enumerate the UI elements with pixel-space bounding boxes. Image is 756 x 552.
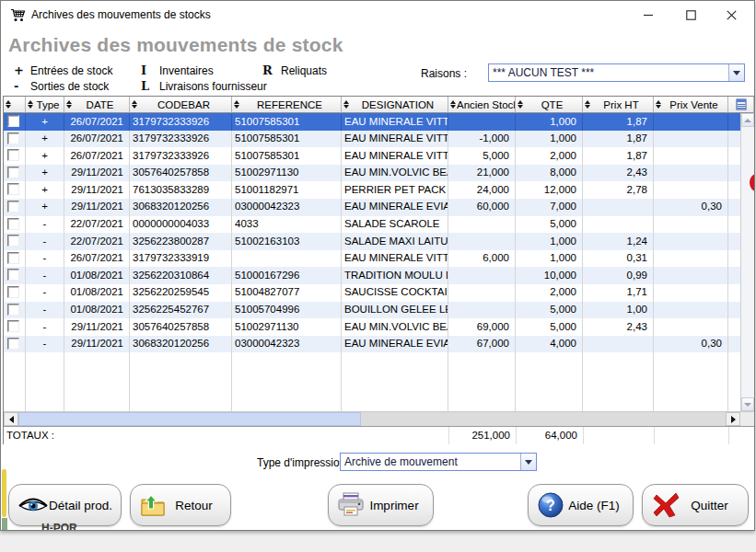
row-checkbox[interactable] xyxy=(7,286,19,298)
button-label: Imprimer xyxy=(365,499,433,512)
cell-reference: 51007585301 xyxy=(232,113,342,131)
cell-qte: 10,000 xyxy=(516,267,583,284)
sort-icon[interactable] xyxy=(517,100,524,109)
column-header-qte[interactable]: QTE xyxy=(516,97,583,113)
cell-qte: 1,000 xyxy=(516,131,583,148)
horizontal-scrollbar[interactable] xyxy=(4,411,754,426)
table-row[interactable]: -01/08/2021325622545276751005704996BOUIL… xyxy=(4,302,740,319)
cell-designation: TRADITION MOULU D xyxy=(342,267,448,284)
table-body: +26/07/2021317973233392651007585301EAU M… xyxy=(4,113,740,411)
cell-sel xyxy=(4,387,26,405)
print-button[interactable]: Imprimer xyxy=(328,484,434,526)
cell-type: - xyxy=(26,216,64,234)
table-row[interactable]: -01/08/2021325622025954551004827077SAUCI… xyxy=(4,284,740,302)
column-header-reference[interactable]: REFERENCE xyxy=(232,97,342,113)
row-checkbox[interactable] xyxy=(7,252,19,264)
scroll-left-icon[interactable] xyxy=(4,412,18,426)
sort-icon[interactable] xyxy=(5,100,12,109)
table-row[interactable]: +26/07/2021317973233392651007585301EAU M… xyxy=(4,113,740,131)
raisons-select[interactable]: *** AUCUN TEST *** xyxy=(488,63,745,82)
close-button[interactable] xyxy=(711,1,752,29)
sort-icon[interactable] xyxy=(343,100,350,109)
table-row[interactable]: +29/11/2021761303583328951001182971PERRI… xyxy=(4,181,740,199)
table-header-row: TypeDATECODEBARREFERENCEDESIGNATIONAncie… xyxy=(4,97,754,113)
cell-qte: 5,000 xyxy=(516,318,583,336)
cell-ancien_stock xyxy=(448,267,516,284)
table-row[interactable]: -22/07/202100000000040334033SALADE SCARO… xyxy=(4,216,740,234)
table-settings-icon[interactable] xyxy=(728,97,754,113)
totals-label: TOTAUX : xyxy=(6,430,54,441)
help-button[interactable]: ? Aide (F1) xyxy=(528,484,634,526)
cell-codebar: 3256220310864 xyxy=(130,267,232,284)
table-row[interactable]: +26/07/2021317973233392651007585301EAU M… xyxy=(4,147,740,165)
cell-date: 01/08/2021 xyxy=(64,302,130,319)
sort-icon[interactable] xyxy=(233,100,240,109)
raisons-label: Raisons : xyxy=(421,67,467,80)
table-row[interactable]: +29/11/2021305764025785851002971130EAU M… xyxy=(4,165,740,182)
table-row[interactable]: +26/07/2021317973233392651007585301EAU M… xyxy=(4,131,740,148)
row-checkbox[interactable] xyxy=(7,304,19,316)
horizontal-scroll-track[interactable] xyxy=(361,412,726,426)
sort-icon[interactable] xyxy=(131,100,138,109)
table-row[interactable]: -26/07/20213179732333919EAU MINERALE VIT… xyxy=(4,250,740,268)
print-type-select[interactable]: Archive de mouvement xyxy=(340,453,537,471)
table-row[interactable]: -29/11/2021305764025785851002971130EAU M… xyxy=(4,318,740,336)
back-button[interactable]: Retour xyxy=(130,484,231,526)
horizontal-scroll-thumb[interactable] xyxy=(18,412,361,426)
cell-date: 22/07/2021 xyxy=(64,216,130,234)
quit-button[interactable]: Quitter xyxy=(642,484,749,526)
row-checkbox[interactable] xyxy=(7,235,19,247)
column-header-date[interactable]: DATE xyxy=(64,97,130,113)
table-row[interactable]: -29/11/2021306832012025603000042323EAU M… xyxy=(4,336,740,353)
sort-icon[interactable] xyxy=(655,100,662,109)
legend-symbol-sorties: - xyxy=(14,79,18,93)
column-header-codebar[interactable]: CODEBAR xyxy=(130,97,232,113)
row-checkbox[interactable] xyxy=(7,167,19,178)
vertical-scrollbar[interactable] xyxy=(740,113,754,411)
row-checkbox[interactable] xyxy=(7,269,19,281)
button-label: Retour xyxy=(167,499,230,512)
cell-sel xyxy=(4,318,26,336)
cell-type: + xyxy=(26,147,64,165)
cell-codebar: 3057640257858 xyxy=(130,165,232,182)
button-label: Détail prod. xyxy=(49,499,122,512)
scroll-up-icon[interactable] xyxy=(741,113,754,127)
cell-reference: 51002163103 xyxy=(232,233,342,250)
row-checkbox[interactable] xyxy=(7,183,19,195)
row-checkbox[interactable] xyxy=(7,338,19,350)
column-header-prix_vente[interactable]: Prix Vente xyxy=(654,97,728,113)
stock-movements-table: TypeDATECODEBARREFERENCEDESIGNATIONAncie… xyxy=(3,96,755,444)
cell-designation: PERRIER PET PACK 6 xyxy=(342,181,448,199)
row-checkbox[interactable] xyxy=(7,201,19,213)
cell-qte: 5,000 xyxy=(516,216,583,234)
column-header-ancien_stock[interactable]: Ancien Stock xyxy=(448,97,516,113)
chevron-down-icon[interactable] xyxy=(520,454,536,470)
cell-sel xyxy=(4,199,26,216)
column-header-designation[interactable]: DESIGNATION xyxy=(342,97,448,113)
cell-reference: 51005704996 xyxy=(232,302,342,319)
column-header-sel[interactable] xyxy=(4,97,26,113)
detail-product-button[interactable]: Détail prod. xyxy=(8,484,122,526)
cell-prix_ht: 0,31 xyxy=(583,250,654,268)
scroll-down-icon[interactable] xyxy=(741,397,754,411)
table-row[interactable]: -22/07/2021325622380028751002163103SALAD… xyxy=(4,233,740,250)
column-header-prix_ht[interactable]: Prix HT xyxy=(583,97,654,113)
table-row[interactable]: -01/08/2021325622031086451000167296TRADI… xyxy=(4,267,740,284)
row-checkbox[interactable] xyxy=(7,320,19,332)
sort-icon[interactable] xyxy=(584,100,591,109)
row-checkbox[interactable] xyxy=(7,115,19,127)
scroll-right-icon[interactable] xyxy=(726,412,740,426)
sort-icon[interactable] xyxy=(27,100,34,109)
row-checkbox[interactable] xyxy=(7,149,19,161)
sort-icon[interactable] xyxy=(65,100,73,109)
chevron-down-icon[interactable] xyxy=(728,64,744,81)
sort-icon[interactable] xyxy=(449,100,457,109)
column-header-type[interactable]: Type xyxy=(26,97,64,113)
table-row[interactable]: +29/11/2021306832012025603000042323EAU M… xyxy=(4,199,740,216)
row-checkbox[interactable] xyxy=(7,132,19,144)
maximize-button[interactable] xyxy=(670,1,712,29)
minimize-button[interactable] xyxy=(628,1,669,29)
title-bar[interactable]: Archives des mouvements de stocks xyxy=(1,1,754,29)
row-checkbox[interactable] xyxy=(7,218,19,230)
cell-prix_vente xyxy=(654,387,728,405)
